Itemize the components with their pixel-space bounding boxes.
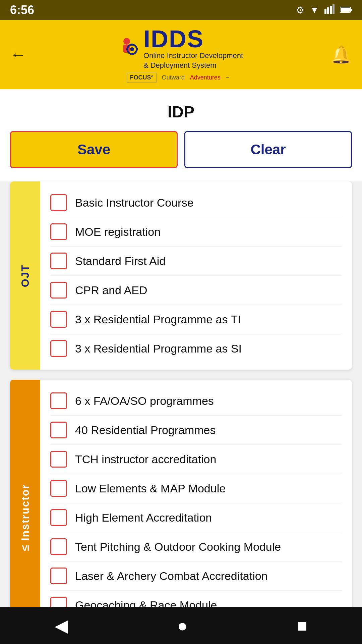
nav-back-icon[interactable]: ◀ bbox=[55, 615, 68, 636]
checklist-label-item8: 40 Residential Programmes bbox=[75, 424, 216, 437]
svg-rect-12 bbox=[131, 53, 133, 55]
checklist-label-item11: High Element Accreditation bbox=[75, 511, 212, 524]
checklist-label-item5: 3 x Residential Programme as TI bbox=[75, 313, 241, 326]
svg-rect-1 bbox=[327, 7, 329, 14]
list-item: Tent Pitching & Outdoor Cooking Module bbox=[50, 532, 342, 561]
list-item: 3 x Residential Programme as SI bbox=[50, 334, 342, 363]
partner-extra: ~ bbox=[226, 74, 230, 81]
checkbox-item2[interactable] bbox=[50, 223, 67, 240]
logo-icon bbox=[113, 35, 140, 62]
logo-text: IDDS bbox=[143, 27, 204, 51]
list-item: Standard First Aid bbox=[50, 247, 342, 276]
checklist-label-item6: 3 x Residential Programme as SI bbox=[75, 342, 242, 355]
partner-outward: Outward bbox=[162, 74, 185, 81]
checkbox-item6[interactable] bbox=[50, 340, 67, 357]
status-icons: ⚙ ▼ bbox=[296, 4, 352, 16]
checklist-label-item1: Basic Instructor Course bbox=[75, 196, 193, 209]
instructor-items: 6 x FA/OA/SO programmes 40 Residential P… bbox=[40, 380, 352, 644]
checklist-label-item7: 6 x FA/OA/SO programmes bbox=[75, 394, 214, 408]
nav-home-icon[interactable]: ● bbox=[177, 615, 188, 636]
svg-rect-2 bbox=[330, 6, 332, 14]
nav-recent-icon[interactable]: ■ bbox=[297, 615, 307, 636]
list-item: MOE registration bbox=[50, 217, 342, 247]
checkbox-item1[interactable] bbox=[50, 194, 67, 211]
content-area: IDP Save Clear OJT Basic Instructor Cour… bbox=[0, 89, 362, 644]
checkbox-item10[interactable] bbox=[50, 480, 67, 497]
list-item: 6 x FA/OA/SO programmes bbox=[50, 386, 342, 416]
save-button[interactable]: Save bbox=[10, 131, 178, 168]
checkbox-item7[interactable] bbox=[50, 392, 67, 409]
nav-bar: ◀ ● ■ bbox=[0, 607, 362, 644]
list-item: TCH instructor accreditation bbox=[50, 445, 342, 474]
svg-point-7 bbox=[123, 38, 130, 45]
ojt-items: Basic Instructor Course MOE registration… bbox=[40, 181, 352, 370]
checkbox-item12[interactable] bbox=[50, 538, 67, 555]
list-item: High Element Accreditation bbox=[50, 503, 342, 532]
wifi-icon: ▼ bbox=[310, 5, 319, 15]
logo-partners: FOCUS° Outward Adventures ~ bbox=[127, 73, 230, 83]
checklist-label-item9: TCH instructor accreditation bbox=[75, 453, 216, 466]
svg-rect-5 bbox=[351, 9, 352, 11]
action-buttons: Save Clear bbox=[0, 131, 362, 181]
checklist-label-item13: Laser & Archery Combat Accreditation bbox=[75, 570, 268, 583]
logo: IDDS Online Instructor Development& Depl… bbox=[26, 27, 330, 83]
partner-focus: FOCUS° bbox=[127, 73, 157, 83]
status-bar: 6:56 ⚙ ▼ bbox=[0, 0, 362, 20]
checkbox-item5[interactable] bbox=[50, 311, 67, 328]
svg-rect-0 bbox=[324, 9, 326, 14]
settings-icon: ⚙ bbox=[296, 5, 304, 16]
section-label-instructor: ≤ Instructor bbox=[19, 484, 32, 551]
page-title-section: IDP bbox=[0, 89, 362, 131]
section-label-instructor-col: ≤ Instructor bbox=[10, 380, 40, 644]
checkbox-item11[interactable] bbox=[50, 509, 67, 526]
list-item: Laser & Archery Combat Accreditation bbox=[50, 561, 342, 591]
page-title: IDP bbox=[10, 103, 352, 121]
svg-rect-6 bbox=[341, 8, 350, 12]
list-item: 40 Residential Programmes bbox=[50, 416, 342, 445]
checklist-label-item4: CPR and AED bbox=[75, 284, 147, 297]
notification-bell-icon[interactable]: 🔔 bbox=[330, 45, 352, 65]
logo-subtitle: Online Instructor Development& Deploymen… bbox=[143, 51, 243, 70]
battery-icon bbox=[340, 5, 352, 15]
checkbox-item8[interactable] bbox=[50, 422, 67, 438]
section-ojt: OJT Basic Instructor Course MOE registra… bbox=[10, 181, 352, 370]
checkbox-item9[interactable] bbox=[50, 451, 67, 468]
checklist-label-item12: Tent Pitching & Outdoor Cooking Module bbox=[75, 540, 281, 553]
checkbox-item3[interactable] bbox=[50, 253, 67, 269]
svg-rect-3 bbox=[333, 4, 335, 14]
checkbox-item13[interactable] bbox=[50, 568, 67, 584]
section-label-ojt: OJT bbox=[19, 264, 32, 287]
svg-rect-14 bbox=[136, 48, 138, 50]
list-item: CPR and AED bbox=[50, 276, 342, 305]
section-label-ojt-col: OJT bbox=[10, 181, 40, 370]
section-instructor: ≤ Instructor 6 x FA/OA/SO programmes 40 … bbox=[10, 380, 352, 644]
header: ← IDDS Online Instructor Deve bbox=[0, 20, 362, 89]
clear-button[interactable]: Clear bbox=[184, 131, 352, 168]
svg-rect-11 bbox=[131, 44, 133, 46]
checkbox-item4[interactable] bbox=[50, 282, 67, 299]
svg-point-10 bbox=[130, 47, 134, 51]
partner-adventures: Adventures bbox=[190, 74, 221, 81]
list-item: Basic Instructor Course bbox=[50, 188, 342, 217]
signal-icon bbox=[324, 4, 335, 16]
checklist-label-item3: Standard First Aid bbox=[75, 255, 166, 268]
list-item: Low Elements & MAP Module bbox=[50, 474, 342, 503]
checklist-label-item2: MOE registration bbox=[75, 225, 161, 238]
back-button[interactable]: ← bbox=[10, 47, 26, 63]
status-time: 6:56 bbox=[10, 3, 34, 17]
svg-rect-13 bbox=[126, 48, 128, 50]
checklist-label-item10: Low Elements & MAP Module bbox=[75, 482, 226, 495]
list-item: 3 x Residential Programme as TI bbox=[50, 305, 342, 334]
